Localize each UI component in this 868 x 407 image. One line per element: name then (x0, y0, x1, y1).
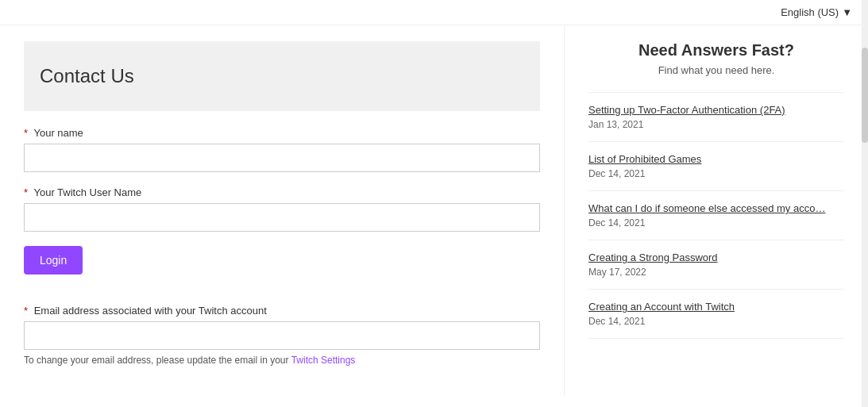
contact-form-panel: Contact Us * Your name * Your Twitch Use… (0, 25, 564, 396)
email-label: * Email address associated with your Twi… (24, 305, 540, 317)
article-item: List of Prohibited Games Dec 14, 2021 (588, 142, 844, 191)
page-title: Contact Us (40, 65, 524, 87)
language-dropdown-icon: ▼ (842, 6, 852, 18)
contact-header: Contact Us (24, 41, 540, 111)
twitch-username-group: * Your Twitch User Name (24, 186, 540, 232)
article-link-1[interactable]: List of Prohibited Games (588, 153, 844, 165)
name-input[interactable] (24, 144, 540, 172)
name-label: * Your name (24, 127, 540, 139)
email-field-group: * Email address associated with your Twi… (24, 305, 540, 366)
article-link-3[interactable]: Creating a Strong Password (588, 251, 844, 263)
twitch-settings-link[interactable]: Twitch Settings (291, 355, 356, 366)
article-link-4[interactable]: Creating an Account with Twitch (588, 301, 844, 313)
scrollbar (862, 0, 868, 396)
article-item: Creating a Strong Password May 17, 2022 (588, 240, 844, 290)
article-link-0[interactable]: Setting up Two-Factor Authentication (2F… (588, 104, 844, 116)
language-label: English (US) (781, 6, 839, 18)
helper-text-prefix: To change your email address, please upd… (24, 355, 291, 366)
scrollbar-thumb[interactable] (862, 48, 868, 143)
language-selector[interactable]: English (US) ▼ (781, 6, 855, 18)
right-panel: Need Answers Fast? Find what you need he… (564, 25, 868, 396)
article-item: What can I do if someone else accessed m… (588, 191, 844, 240)
article-date-3: May 17, 2022 (588, 267, 844, 278)
article-date-0: Jan 13, 2021 (588, 119, 844, 130)
name-label-text: Your name (33, 127, 83, 139)
twitch-username-label: * Your Twitch User Name (24, 186, 540, 198)
twitch-username-label-text: Your Twitch User Name (33, 186, 141, 198)
article-item: Creating an Account with Twitch Dec 14, … (588, 290, 844, 339)
article-item: Setting up Two-Factor Authentication (2F… (588, 92, 844, 142)
article-date-4: Dec 14, 2021 (588, 316, 844, 327)
email-label-text: Email address associated with your Twitc… (34, 305, 267, 317)
article-link-2[interactable]: What can I do if someone else accessed m… (588, 202, 844, 214)
required-star-email: * (24, 305, 28, 317)
required-star-username: * (24, 186, 28, 198)
login-button-group: Login (24, 246, 540, 290)
email-input[interactable] (24, 321, 540, 350)
right-panel-heading: Need Answers Fast? (588, 41, 844, 60)
helper-text: To change your email address, please upd… (24, 355, 540, 366)
login-button[interactable]: Login (24, 246, 83, 275)
top-bar: English (US) ▼ (0, 0, 868, 25)
main-content: Contact Us * Your name * Your Twitch Use… (0, 25, 868, 396)
name-field-group: * Your name (24, 127, 540, 172)
right-panel-subtitle: Find what you need here. (588, 64, 844, 76)
article-date-2: Dec 14, 2021 (588, 217, 844, 228)
required-star-name: * (24, 127, 28, 139)
twitch-username-input[interactable] (24, 203, 540, 232)
article-date-1: Dec 14, 2021 (588, 168, 844, 179)
